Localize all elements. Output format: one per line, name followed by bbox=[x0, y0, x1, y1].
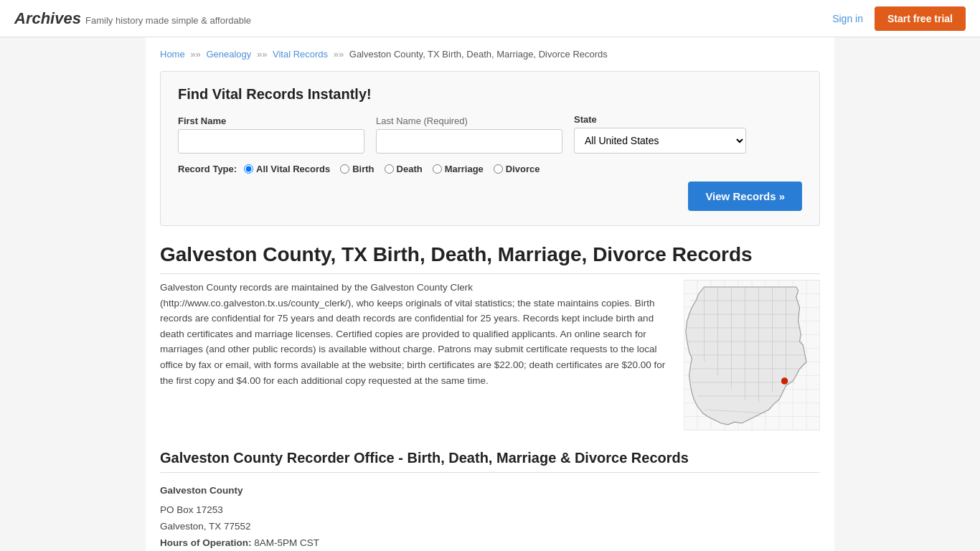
radio-all[interactable]: All Vital Records bbox=[244, 164, 330, 174]
last-name-input[interactable] bbox=[376, 129, 562, 154]
galveston-marker bbox=[781, 377, 788, 385]
last-name-label: Last Name (Required) bbox=[376, 116, 562, 126]
state-label: State bbox=[574, 114, 746, 125]
description-paragraph: Galveston County records are maintained … bbox=[160, 280, 666, 388]
radio-all-input[interactable] bbox=[244, 164, 253, 174]
view-records-button[interactable]: View Records » bbox=[688, 182, 802, 211]
radio-marriage-input[interactable] bbox=[433, 164, 442, 174]
breadcrumb-genealogy[interactable]: Genealogy bbox=[206, 49, 251, 60]
office-address2: Galveston, TX 77552 bbox=[160, 519, 820, 535]
radio-death-input[interactable] bbox=[385, 164, 394, 174]
content-area: Galveston County records are maintained … bbox=[160, 280, 820, 433]
breadcrumb-vital-records[interactable]: Vital Records bbox=[273, 49, 328, 60]
first-name-label: First Name bbox=[178, 116, 364, 126]
breadcrumb: Home »» Genealogy »» Vital Records »» Ga… bbox=[160, 49, 820, 60]
radio-marriage[interactable]: Marriage bbox=[433, 164, 484, 174]
breadcrumb-sep-3: »» bbox=[334, 49, 347, 60]
breadcrumb-sep-2: »» bbox=[257, 49, 270, 60]
office-hours-value: 8AM-5PM CST bbox=[254, 537, 319, 548]
office-info: Galveston County PO Box 17253 Galveston,… bbox=[160, 483, 820, 551]
sign-in-link[interactable]: Sign in bbox=[832, 13, 863, 24]
header-left: Archives Family history made simple & af… bbox=[14, 9, 251, 28]
breadcrumb-sep-1: »» bbox=[190, 49, 203, 60]
state-select[interactable]: All United States AlabamaAlaskaArizona A… bbox=[574, 128, 746, 154]
search-fields: First Name Last Name (Required) State Al… bbox=[178, 114, 802, 154]
radio-death[interactable]: Death bbox=[385, 164, 423, 174]
state-group: State All United States AlabamaAlaskaAri… bbox=[574, 114, 746, 154]
section2-heading: Galveston County Recorder Office - Birth… bbox=[160, 450, 820, 473]
radio-birth[interactable]: Birth bbox=[340, 164, 374, 174]
site-tagline: Family history made simple & affordable bbox=[85, 15, 251, 26]
last-name-group: Last Name (Required) bbox=[376, 116, 562, 154]
texas-map bbox=[684, 280, 820, 433]
start-trial-button[interactable]: Start free trial bbox=[875, 6, 966, 31]
header: Archives Family history made simple & af… bbox=[0, 0, 980, 37]
header-right: Sign in Start free trial bbox=[832, 6, 966, 31]
site-logo: Archives Family history made simple & af… bbox=[14, 9, 251, 28]
page-title: Galveston County, TX Birth, Death, Marri… bbox=[160, 243, 820, 274]
record-type-row: Record Type: All Vital Records Birth Dea… bbox=[178, 164, 802, 174]
first-name-group: First Name bbox=[178, 116, 364, 154]
main-content: Home »» Genealogy »» Vital Records »» Ga… bbox=[146, 37, 834, 551]
search-box: Find Vital Records Instantly! First Name… bbox=[160, 71, 820, 226]
texas-map-svg bbox=[684, 280, 820, 430]
radio-divorce-input[interactable] bbox=[494, 164, 503, 174]
breadcrumb-current: Galveston County, TX Birth, Death, Marri… bbox=[349, 49, 608, 60]
content-description: Galveston County records are maintained … bbox=[160, 280, 666, 433]
office-name: Galveston County bbox=[160, 483, 820, 499]
office-hours: Hours of Operation: 8AM-5PM CST bbox=[160, 535, 820, 551]
search-title: Find Vital Records Instantly! bbox=[178, 86, 802, 103]
record-type-group: All Vital Records Birth Death Marriage D… bbox=[244, 164, 540, 174]
radio-birth-input[interactable] bbox=[340, 164, 349, 174]
record-type-label: Record Type: bbox=[178, 164, 237, 174]
office-address1: PO Box 17253 bbox=[160, 502, 820, 519]
first-name-input[interactable] bbox=[178, 129, 364, 154]
office-hours-label: Hours of Operation: bbox=[160, 537, 252, 548]
breadcrumb-home[interactable]: Home bbox=[160, 49, 185, 60]
radio-divorce[interactable]: Divorce bbox=[494, 164, 540, 174]
view-records-row: View Records » bbox=[178, 182, 802, 211]
